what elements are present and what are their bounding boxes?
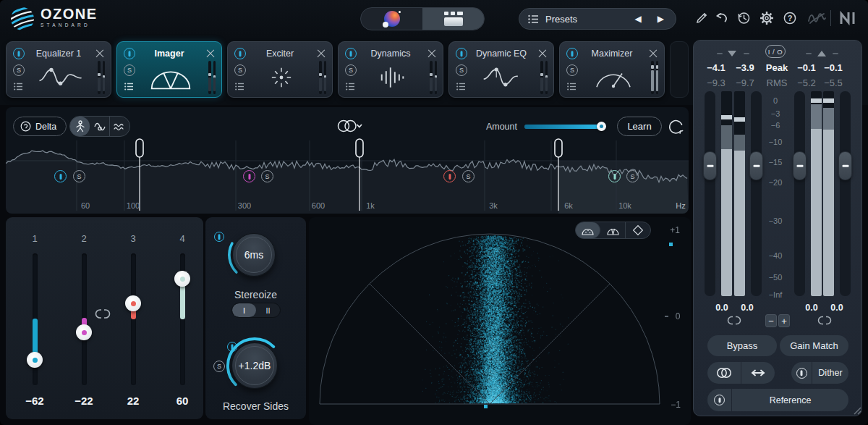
module-card-imager[interactable]: Imager S [116,41,222,98]
view-toggle[interactable] [360,7,485,30]
output-fader-track[interactable] [794,91,805,296]
close-icon[interactable] [648,49,658,58]
output-fader-handle-left[interactable] [793,151,807,180]
band-split-handle[interactable] [356,139,363,157]
band3-solo-icon[interactable]: S [462,170,475,182]
close-icon[interactable] [205,49,215,58]
list-icon [528,14,539,24]
output-fader-handle-right[interactable] [838,151,852,180]
blocks-view-button[interactable] [422,8,484,30]
list-icon[interactable] [346,83,355,91]
solo-icon[interactable]: S [124,64,135,76]
peak-value: −0.1 [819,62,848,73]
undo-button[interactable] [713,9,731,27]
module-card-maximizer[interactable]: Maximizer S [559,41,665,98]
gain-plus-button[interactable]: + [778,314,790,327]
module-card-exciter[interactable]: Exciter S [227,41,333,98]
mode-2-button[interactable]: II [256,303,280,317]
solo-icon[interactable]: S [13,64,25,76]
stereoize-power-icon[interactable] [214,232,224,242]
input-link-icon[interactable] [726,316,743,325]
tamer-mode-button[interactable] [70,117,90,136]
scope-scale-label: −1 [666,400,685,410]
help-button[interactable]: ? [781,9,799,27]
list-icon[interactable] [235,83,244,91]
recover-sides-knob[interactable]: +1.2dB [231,342,278,389]
presets-bar[interactable]: Presets ◀ ▶ [519,8,676,30]
amount-slider-handle[interactable] [597,122,606,131]
band-split-handle[interactable] [555,139,562,157]
width-button[interactable] [741,362,775,384]
band-number: 1 [20,233,49,244]
stereoize-knob[interactable]: 6ms [232,233,276,277]
sphere-view-button[interactable] [361,8,422,30]
empty-module-slot[interactable] [670,41,689,98]
gain-minus-button[interactable]: − [765,314,777,327]
close-icon[interactable] [537,49,547,58]
io-toggle[interactable]: I / O [765,45,786,58]
learn-button[interactable]: Learn [617,117,662,136]
sine-mode-button[interactable] [90,116,109,137]
input-fader-handle-left[interactable] [703,151,717,180]
dither-power-button[interactable] [791,362,812,384]
slider-handle[interactable] [76,324,92,340]
module-card-dynamics[interactable]: Dynamics S [338,41,443,98]
band3-power-icon[interactable] [443,170,456,182]
module-meter [208,61,216,94]
recover-sides-solo-icon[interactable]: S [213,361,225,372]
polar-level-button[interactable] [600,222,625,238]
input-collapse-icon[interactable] [728,51,736,56]
gain-match-button[interactable]: Gain Match [780,335,848,356]
delta-button[interactable]: Delta [13,117,67,136]
mode-1-button[interactable]: I [232,303,256,317]
output-link-icon[interactable] [816,316,833,325]
preset-prev-button[interactable]: ◀ [635,14,642,24]
slider-track[interactable] [131,253,136,385]
input-fader-track[interactable] [751,91,762,296]
band2-solo-icon[interactable]: S [261,170,273,182]
slider-handle[interactable] [27,352,43,368]
bypass-button[interactable]: Bypass [707,335,777,356]
history-button[interactable] [735,9,752,27]
vectorscope-grid [309,217,691,425]
output-expand-icon[interactable] [817,51,826,56]
reset-loop-button[interactable] [665,116,686,137]
output-fader-track[interactable] [840,91,851,296]
polar-sample-button[interactable] [576,222,600,238]
list-icon[interactable] [456,83,466,91]
band4-power-icon[interactable] [608,170,621,182]
module-card-dynamic-eq[interactable]: Dynamic EQ S [448,41,554,98]
close-icon[interactable] [316,49,326,58]
dither-button[interactable]: Dither [812,362,848,384]
waves-mode-button[interactable] [110,116,129,137]
resize-handle[interactable] [854,407,861,415]
band-split-handle[interactable] [136,139,143,157]
band1-power-icon[interactable] [54,170,67,182]
close-icon[interactable] [95,49,104,58]
module-card-equalizer[interactable]: Equalizer 1 S [6,41,111,98]
link-icon[interactable] [93,308,112,319]
channel-selector[interactable] [335,119,364,133]
slider-handle[interactable] [174,271,190,287]
lissajous-button[interactable] [626,222,650,238]
reference-power-button[interactable] [707,389,731,411]
stereo-mode-button[interactable] [707,362,741,384]
slider-handle[interactable] [125,295,141,311]
close-icon[interactable] [427,49,436,58]
amount-slider[interactable] [524,125,605,129]
band2-power-icon[interactable] [243,170,255,182]
solo-icon[interactable]: S [234,64,246,76]
band4-solo-icon[interactable]: S [626,170,639,182]
input-fader-track[interactable] [705,91,715,296]
gear-button[interactable] [758,9,775,27]
band1-solo-icon[interactable]: S [73,170,85,182]
edit-pencil-button[interactable] [693,9,710,27]
list-icon[interactable] [14,83,23,91]
list-icon[interactable] [124,83,134,91]
solo-icon[interactable]: S [345,64,357,76]
solo-icon[interactable]: S [566,64,578,76]
list-icon[interactable] [567,83,576,91]
solo-icon[interactable]: S [456,64,467,76]
preset-next-button[interactable]: ▶ [658,14,664,24]
reference-button[interactable]: Reference [732,389,848,411]
